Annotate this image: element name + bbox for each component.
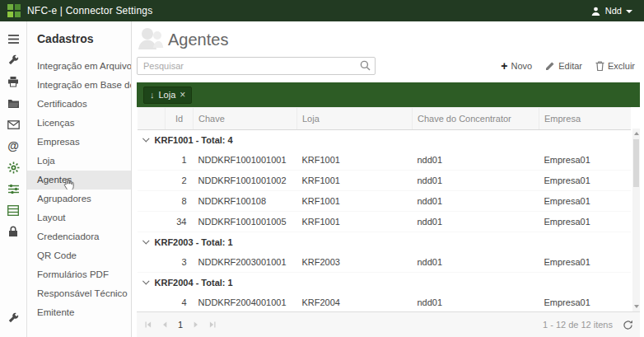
group-label: KRF2003 - Total: 1: [155, 237, 233, 247]
row-indent-cell: [138, 252, 166, 273]
sidebar-item-qr-code[interactable]: QR Code: [27, 246, 131, 265]
search-icon[interactable]: [360, 60, 371, 71]
sidebar-item-integracao-em-base-de-dados[interactable]: Integração em Base de Dados: [27, 76, 131, 95]
search-input[interactable]: [137, 57, 376, 75]
cell-concentrator: ndd01: [413, 171, 539, 191]
plus-icon: +: [501, 62, 507, 70]
remove-group-icon[interactable]: ×: [180, 89, 185, 101]
gear-icon[interactable]: [2, 157, 24, 178]
scroll-down-icon[interactable]: [634, 305, 639, 308]
sidebar-items: Integração em ArquivoIntegração em Base …: [27, 57, 131, 322]
new-button-label: Novo: [511, 61, 533, 71]
table-row[interactable]: 8NDDKRF100108KRF1001ndd01Empresa01: [138, 191, 631, 212]
row-indent-cell: [138, 150, 166, 171]
column-header-concentrator[interactable]: Chave do Concentrator: [413, 108, 539, 130]
table-row[interactable]: 1NDDKRF1001001001KRF1001ndd01Empresa01: [138, 150, 631, 171]
group-chip-loja[interactable]: ↓ Loja ×: [143, 87, 192, 104]
sliders-icon[interactable]: [2, 178, 24, 199]
row-indent-cell: [138, 191, 166, 212]
cell-id: 1: [166, 150, 194, 171]
scroll-up-icon[interactable]: [634, 132, 639, 135]
collapse-group-icon[interactable]: [142, 135, 149, 142]
row-indent-cell: [138, 293, 166, 311]
cell-concentrator: ndd01: [413, 293, 539, 311]
settings-wrench-icon[interactable]: [2, 307, 24, 329]
ndd-logo-icon: [7, 4, 21, 17]
scrollbar-thumb[interactable]: [633, 139, 639, 187]
row-indent-cell: [138, 171, 166, 191]
refresh-icon[interactable]: [623, 320, 633, 330]
at-sign-icon[interactable]: @: [2, 135, 24, 157]
sort-desc-icon[interactable]: ↓: [150, 90, 155, 100]
printer-icon[interactable]: [2, 71, 24, 92]
sidebar-item-certificados[interactable]: Certificados: [27, 95, 131, 114]
pencil-icon: [545, 61, 555, 71]
table-row[interactable]: 3NDDKRF2003001001KRF2003ndd01Empresa01: [138, 252, 631, 273]
sidebar-item-emitente[interactable]: Emitente: [27, 303, 131, 322]
column-header-loja[interactable]: Loja: [297, 108, 413, 130]
sidebar-item-formularios-pdf[interactable]: Formulários PDF: [27, 265, 131, 284]
cell-id: 3: [166, 252, 194, 273]
table-row[interactable]: 34NDDKRF1001001005KRF1001ndd01Empresa01: [138, 212, 631, 232]
column-header-id[interactable]: Id: [166, 108, 194, 130]
cell-loja: KRF1001: [297, 150, 413, 171]
grid-controls: + Novo Editar: [137, 56, 640, 76]
cell-concentrator: ndd01: [413, 191, 539, 212]
cell-chave: NDDKRF1001001001: [194, 150, 297, 171]
new-button[interactable]: + Novo: [501, 61, 532, 71]
cell-concentrator: ndd01: [413, 212, 539, 232]
table-row[interactable]: 2NDDKRF1001001002KRF1001ndd01Empresa01: [138, 171, 631, 191]
current-page[interactable]: 1: [173, 320, 188, 330]
prev-page-button[interactable]: [156, 316, 173, 333]
group-header-cell: KRF2003 - Total: 1: [138, 232, 631, 253]
column-header-empresa[interactable]: Empresa: [539, 108, 631, 130]
collapse-group-icon[interactable]: [142, 278, 149, 284]
table-row[interactable]: 4NDDKRF2004001001KRF2004ndd01Empresa01: [138, 293, 631, 311]
delete-button[interactable]: Excluir: [595, 61, 635, 71]
cell-empresa: Empresa01: [539, 212, 631, 232]
cell-empresa: Empresa01: [539, 171, 631, 191]
sidebar-item-licencas[interactable]: Licenças: [27, 114, 131, 133]
tools-wrench-icon[interactable]: [2, 49, 24, 71]
folder-cadastros-icon[interactable]: [2, 92, 24, 114]
sidebar-item-layout[interactable]: Layout: [27, 208, 131, 227]
cell-id: 34: [166, 212, 194, 232]
header-row: Id Chave Loja Chave do Concentrator Empr…: [138, 108, 631, 130]
menu-icon[interactable]: [2, 28, 24, 49]
sidebar-item-responsavel-tecnico[interactable]: Responsável Técnico: [27, 284, 131, 303]
sidebar-item-agrupadores[interactable]: Agrupadores: [27, 190, 131, 208]
sidebar-item-integracao-em-arquivo[interactable]: Integração em Arquivo: [27, 57, 131, 76]
user-menu[interactable]: Ndd: [590, 6, 644, 16]
group-header-row[interactable]: KRF2003 - Total: 1: [138, 232, 631, 253]
cell-loja: KRF1001: [297, 191, 413, 212]
cell-chave: NDDKRF2003001001: [194, 252, 297, 273]
app-title: NFC-e | Connector Settings: [27, 5, 152, 16]
mail-icon[interactable]: [2, 114, 24, 135]
first-page-button[interactable]: [140, 316, 156, 333]
sidebar-item-loja[interactable]: Loja: [27, 152, 131, 171]
edit-button[interactable]: Editar: [545, 61, 582, 71]
group-header-row[interactable]: KRF2004 - Total: 1: [138, 273, 631, 293]
sidebar-item-empresas[interactable]: Empresas: [27, 133, 131, 152]
cell-concentrator: ndd01: [413, 150, 539, 171]
delete-button-label: Excluir: [608, 61, 635, 71]
cell-empresa: Empresa01: [539, 293, 631, 311]
cell-chave: NDDKRF1001001002: [194, 171, 297, 191]
sidebar-item-agentes[interactable]: Agentes: [27, 171, 131, 190]
grouping-bar[interactable]: ↓ Loja ×: [137, 82, 640, 107]
lock-icon[interactable]: [2, 221, 24, 242]
group-label: KRF2004 - Total: 1: [155, 278, 233, 288]
next-page-button[interactable]: [188, 316, 204, 333]
column-header-chave[interactable]: Chave: [194, 108, 297, 130]
group-label: KRF1001 - Total: 4: [155, 135, 233, 145]
vertical-scrollbar[interactable]: [632, 129, 640, 311]
layout-grid-icon[interactable]: [2, 199, 24, 221]
cell-loja: KRF2003: [297, 252, 413, 273]
group-chip-label: Loja: [159, 90, 176, 100]
collapse-group-icon[interactable]: [142, 237, 149, 244]
group-header-row[interactable]: KRF1001 - Total: 4: [138, 130, 631, 151]
app-body: @ Cadastros Integração em ArquivoIntegra…: [0, 21, 644, 337]
sidebar-item-credenciadora[interactable]: Credenciadora: [27, 227, 131, 246]
cell-empresa: Empresa01: [539, 150, 631, 171]
last-page-button[interactable]: [204, 316, 221, 333]
